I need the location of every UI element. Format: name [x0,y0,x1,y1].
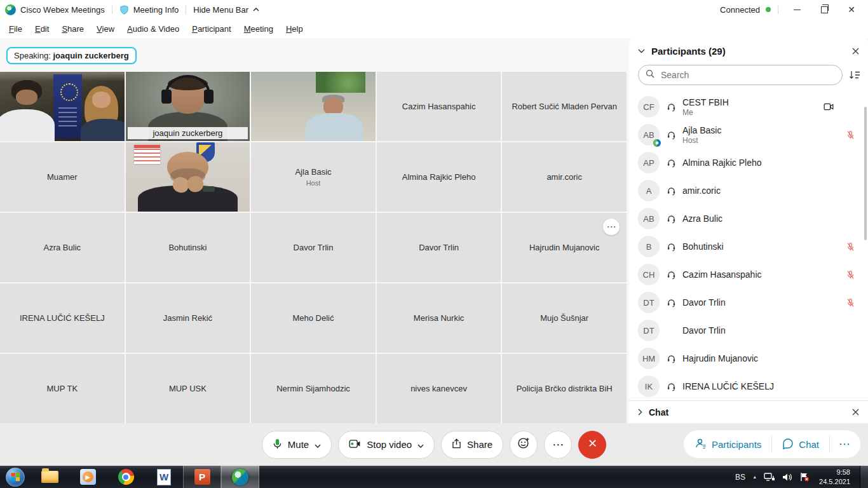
tile-more-button[interactable]: ⋯ [603,219,620,235]
menu-share[interactable]: Share [55,22,90,36]
participant-tile-amir-coric[interactable]: amir.coric [502,142,627,212]
participant-row-cazim-hasanspahic[interactable]: CHCazim Hasanspahic [629,261,864,288]
participant-tile-mujo-u-njar[interactable]: Mujo Šušnjar [502,283,627,353]
participant-tile-policija-br-ko-distrikta-bih[interactable]: Policija Brčko distrikta BiH [502,354,627,423]
participant-row-cest-fbih[interactable]: CFCEST FBIHMe [629,93,864,121]
divider [112,5,112,14]
mute-button[interactable]: Mute [262,431,332,459]
tile-name: MUP USK [164,384,212,393]
participant-row-davor-trlin[interactable]: DTDavor Trlin [629,316,864,344]
participant-row-hajrudin-mujanovic[interactable]: HMHajrudin Mujanovic [629,344,864,372]
participant-tile-robert-su-i-mladen-pervan[interactable]: Robert Sučić Mladen Pervan [502,72,627,141]
participant-tile-jasmin-reki[interactable]: Jasmin Rekić [126,283,250,353]
participant-row-irena-lu-i-ke-elj[interactable]: IKIRENA LUČIĆ KEŠELJ [629,372,864,400]
participant-row-davor-trlin[interactable]: DTDavor Trlin [629,288,864,316]
participants-button-label: Participants [712,439,761,450]
language-indicator[interactable]: BS [735,473,745,482]
participant-row-bohutinski[interactable]: BBohutinski [629,233,864,261]
close-participants-icon[interactable] [852,48,859,55]
participant-tile-muamer[interactable]: Muamer [0,142,125,212]
control-bar: Mute Stop video Share ⋯ Par [0,423,868,466]
meeting-info-link[interactable]: Meeting Info [133,5,179,15]
sort-icon[interactable] [849,70,860,80]
participant-row-amir-coric[interactable]: Aamir.coric [629,177,864,205]
menu-audio-video[interactable]: Audio & Video [121,22,186,36]
participant-name: Azra Bulic [682,214,815,224]
participant-tile-irena-lu-i-ke-elj[interactable]: IRENA LUČIĆ KEŠELJ [0,283,125,353]
participant-tile-bohutinski[interactable]: Bohutinski [126,213,250,282]
taskbar-explorer-icon[interactable] [31,466,69,488]
stop-video-chevron-icon[interactable] [417,439,424,450]
menu-help[interactable]: Help [280,22,309,36]
participant-row-azra-bulic[interactable]: ABAzra Bulic [629,205,864,233]
leave-meeting-button[interactable] [578,431,606,459]
clock-date: 24.5.2021 [819,477,850,486]
menu-view[interactable]: View [90,22,121,36]
action-center-flag-icon[interactable] [799,472,810,482]
restore-button[interactable] [813,0,836,19]
reactions-button[interactable] [510,431,538,459]
taskbar-chrome-icon[interactable] [107,466,145,488]
more-options-button[interactable]: ⋯ [544,431,572,459]
participant-name: Bohutinski [682,241,815,252]
close-button[interactable]: ✕ [840,0,863,19]
video-tile-meeting-room[interactable] [0,72,125,141]
tile-name: Policija Brčko distrikta BiH [512,384,618,393]
taskbar-clock[interactable]: 9:58 24.5.2021 [819,468,850,486]
menu-edit[interactable]: Edit [29,22,55,36]
participant-tile-azra-bulic[interactable]: Azra Bulic [0,213,125,282]
participant-tile-mup-usk[interactable]: MUP USK [126,354,250,423]
volume-icon[interactable] [782,473,792,482]
stop-video-button[interactable]: Stop video [338,431,435,459]
hide-menu-bar-link[interactable]: Hide Menu Bar [193,5,248,15]
hidden-icons-chevron[interactable]: ▲ [752,475,757,479]
minimize-button[interactable] [785,0,808,19]
network-icon[interactable] [764,473,775,482]
video-tile-joaquin-zuckerberg[interactable]: joaquin zuckerberg [126,72,250,141]
search-icon [646,69,654,81]
participant-tile-davor-trlin[interactable]: Davor Trlin [251,213,376,282]
menu-meeting[interactable]: Meeting [238,22,280,36]
participant-row-almina-rajkic-pleho[interactable]: APAlmina Rajkic Pleho [629,149,864,177]
mute-chevron-icon[interactable] [315,439,321,450]
participant-tile-mup-tk[interactable]: MUP TK [0,354,125,423]
taskbar-start-button[interactable] [0,466,31,488]
participant-tile-nermin-sijamhodzic[interactable]: Nermin Sijamhodzic [251,354,376,423]
chat-button[interactable]: Chat [772,430,829,458]
participant-tile-almina-rajkic-pleho[interactable]: Almina Rajkic Pleho [377,142,501,212]
participant-row-ajla-basic[interactable]: ABAjla BasicHost [629,121,864,149]
menu-file[interactable]: File [3,22,29,36]
search-box[interactable] [638,65,843,85]
participants-button[interactable]: Participants [685,430,771,458]
taskbar-powerpoint-icon[interactable]: P [183,466,221,488]
participant-tile-meho-deli[interactable]: Meho Delić [251,283,376,353]
taskbar-word-icon[interactable]: W [145,466,183,488]
more-panels-button[interactable]: ⋯ [830,430,859,458]
headset-icon [666,214,676,224]
participant-tile-davor-trlin[interactable]: Davor Trlin [377,213,501,282]
video-stage: Speaking: joaquin zuckerberg joaquin zuc… [0,38,627,466]
participant-info: CEST FBIHMe [682,97,815,117]
menu-participant[interactable]: Participant [186,22,237,36]
video-tile-office[interactable] [251,72,376,141]
participant-tile-merisa-nurkic[interactable]: Merisa Nurkic [377,283,501,353]
participant-tile-hajrudin-mujanovic[interactable]: Hajrudin Mujanovic⋯ [502,213,627,282]
chevron-up-icon[interactable] [253,8,259,11]
show-desktop-button[interactable] [860,466,868,488]
participant-tile-nives-kanevcev[interactable]: nives kanevcev [377,354,501,423]
close-chat-icon[interactable] [852,409,859,416]
participant-tile-ajla-basic[interactable]: Ajla BasicHost [251,142,376,212]
chevron-down-icon[interactable] [638,49,645,53]
muted-mic-icon [843,298,858,308]
participant-tile-cazim-hasanspahic[interactable]: Cazim Hasanspahic [377,72,501,141]
avatar: AB [638,208,660,229]
taskbar-media-player-icon[interactable]: ▶ [69,466,107,488]
taskbar-webex-icon[interactable] [221,466,259,488]
scrollbar-thumb[interactable] [864,107,867,240]
panel-buttons: Participants Chat ⋯ [684,430,860,458]
muted-mic-icon [843,130,858,140]
search-input[interactable] [660,69,835,81]
chevron-right-icon[interactable] [638,409,642,416]
video-tile-bald[interactable] [126,142,250,212]
share-button[interactable]: Share [441,431,503,459]
